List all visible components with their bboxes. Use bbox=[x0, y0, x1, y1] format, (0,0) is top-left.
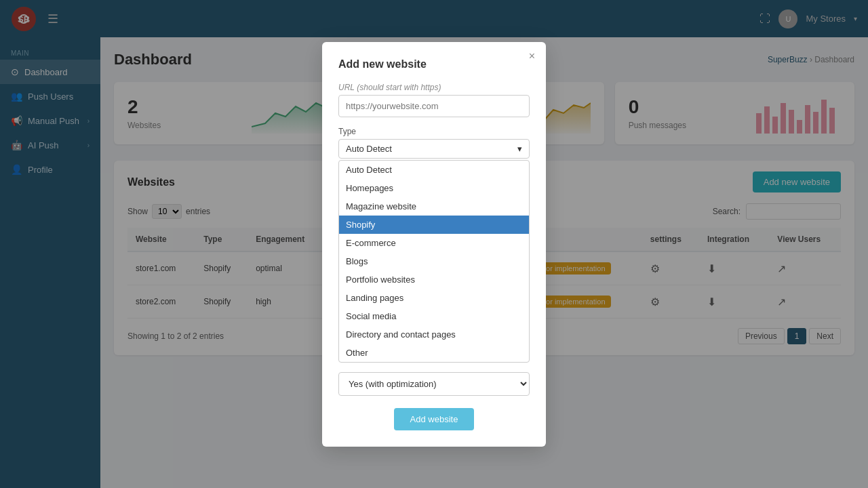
optimization-select[interactable]: Yes (with optimization) No bbox=[338, 372, 530, 396]
dropdown-option-blogs[interactable]: Blogs bbox=[339, 252, 529, 270]
dropdown-option-shopify[interactable]: Shopify bbox=[339, 216, 529, 234]
modal-close-button[interactable]: × bbox=[529, 50, 535, 62]
add-website-submit-button[interactable]: Add website bbox=[394, 408, 475, 430]
type-selected-value: Auto Detect bbox=[346, 144, 392, 154]
type-dropdown-list: Auto Detect Homepages Magazine website S… bbox=[338, 160, 530, 363]
type-label: Type bbox=[338, 127, 530, 136]
dropdown-option-ecommerce[interactable]: E-commerce bbox=[339, 234, 529, 252]
add-website-modal: Add new website × URL (should start with… bbox=[322, 42, 546, 447]
dropdown-option-auto-detect[interactable]: Auto Detect bbox=[339, 161, 529, 179]
dropdown-option-other[interactable]: Other bbox=[339, 344, 529, 362]
modal-overlay[interactable]: Add new website × URL (should start with… bbox=[0, 0, 868, 488]
dropdown-option-portfolio[interactable]: Portfolio websites bbox=[339, 270, 529, 289]
url-label-text: URL bbox=[338, 83, 355, 92]
url-form-group: URL (should start with https) bbox=[338, 83, 530, 117]
dropdown-option-social[interactable]: Social media bbox=[339, 307, 529, 325]
dropdown-option-directory[interactable]: Directory and contact pages bbox=[339, 325, 529, 344]
optimization-form-group: Yes (with optimization) No bbox=[338, 372, 530, 396]
url-hint: (should start with https) bbox=[357, 83, 441, 92]
dropdown-option-homepages[interactable]: Homepages bbox=[339, 179, 529, 197]
dropdown-option-landing[interactable]: Landing pages bbox=[339, 289, 529, 307]
dropdown-arrow-icon: ▾ bbox=[517, 144, 522, 154]
url-input[interactable] bbox=[338, 95, 530, 117]
type-form-group: Type Auto Detect Auto Detect ▾ Auto Dete… bbox=[338, 127, 530, 363]
dropdown-option-magazine[interactable]: Magazine website bbox=[339, 197, 529, 216]
type-dropdown-trigger[interactable]: Auto Detect ▾ bbox=[338, 139, 530, 159]
modal-title: Add new website bbox=[338, 58, 530, 70]
url-label: URL (should start with https) bbox=[338, 83, 530, 92]
